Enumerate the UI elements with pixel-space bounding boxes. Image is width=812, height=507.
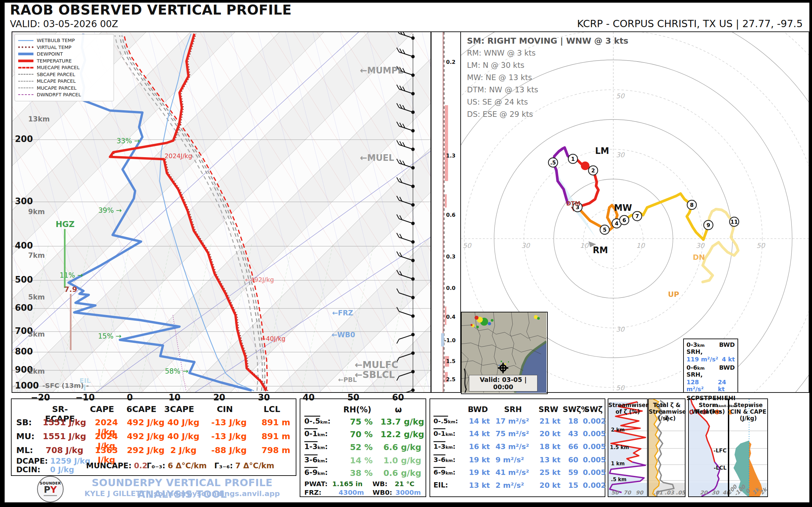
height-marker: 2 (591, 167, 595, 174)
height-marker: 9 (706, 222, 710, 228)
y-tick: 2 km (611, 427, 624, 433)
gamma36-value: 7 Δ°C/km (235, 461, 274, 470)
legend-label: VIRTUAL TEMP (37, 45, 71, 50)
omega-col-header: ω (375, 405, 421, 414)
dcape-label: DCAPE: (16, 457, 48, 465)
omega-tick: -1.0 (444, 337, 456, 343)
legend-label: DEWPOINT (37, 51, 63, 57)
temp-tick: 30 (258, 393, 270, 402)
map-inset: Valid: 03-05 | 00:00 (461, 312, 548, 394)
cell: 43 (564, 430, 583, 438)
height-marker: 11 (730, 219, 738, 225)
bwd-03-label: BWD (719, 341, 735, 355)
height-label: 13km (28, 115, 50, 123)
y-tick: 1 km (611, 461, 624, 467)
omega-tick: 0.0 (446, 285, 455, 291)
dgz-value: 7.9 (64, 285, 77, 293)
hgz-label: HGZ (56, 220, 74, 229)
ring-label: 30 (616, 325, 625, 333)
ehi3-value: 1 (728, 408, 732, 416)
rh-value: 75 % (343, 417, 379, 427)
cell: 21 kt (536, 417, 564, 425)
rh-table: RH(%) ω 0-.5km: 75 % 13.7 g/kg 0-1km: 70… (300, 398, 426, 497)
height-marker: 6 (622, 217, 626, 223)
streamwiseness-panel: 507090 Streamwiseness of ζ (%) 2 km 1.5 … (608, 398, 648, 497)
pressure-tick: 500 (15, 275, 33, 285)
cell: 16 kt (466, 443, 493, 451)
cell: 18 (564, 417, 583, 425)
cell: 0.005 (583, 456, 605, 464)
x-tick: .01 (653, 490, 663, 496)
cell: 25 kt (536, 468, 564, 476)
x-tick: 30 (712, 490, 720, 496)
rh-annotation: 11% → (60, 271, 83, 279)
pwat-row: PWAT: 1.165 in WB: 21 °C (300, 480, 425, 488)
cell: 43 m²/s² (493, 443, 536, 451)
gamma36-line: Γ₃₋₆: 7 Δ°C/km (214, 461, 274, 470)
kin-row: 0-1km: 14 kt 75 m²/s² 20 kt 43 0.005 (430, 430, 605, 438)
stp-value: 0 (702, 408, 706, 416)
legend-label: MLCAPE PARCEL (37, 78, 76, 84)
virtualtemp-line-icon (18, 46, 34, 48)
legend-label: DWNDRFT PARCEL (37, 92, 81, 97)
cell: 13 kt (466, 481, 493, 490)
legend-row: SBCAPE PARCEL (18, 71, 110, 78)
dcape-annotation: ←40J/kg (261, 335, 286, 342)
panel-title: (J/kg) (729, 415, 767, 421)
logo-text-main: PY (38, 486, 63, 494)
omega-neg-bar (441, 333, 444, 346)
panel-title: of ζ (%) (608, 408, 647, 415)
omega-tick: 0.4 (446, 314, 455, 320)
omega-tick: 0.6 (446, 212, 455, 218)
rh-annotation: 39% → (98, 207, 122, 215)
storm-motion-block: SM: RIGHT MOVING | WNW @ 3 kts RM: WNW @… (467, 35, 628, 120)
rh-row: 0-1km: 70 % 12.2 g/kg (300, 430, 425, 439)
legend-row: WETBULB TEMP (18, 37, 110, 44)
temp-tick: −10 (75, 393, 95, 402)
temp-tick: 10 (168, 393, 181, 402)
rh-row: 1-3km: 52 % 6.6 g/kg (300, 443, 425, 452)
scp-value: 0 (689, 408, 694, 416)
sounderpy-logo: SOUNDER PY (37, 476, 63, 502)
cell: 17 m²/s² (493, 417, 536, 425)
height-marker: 4 (615, 220, 618, 227)
temp-tick: 40 (303, 393, 315, 402)
composite-headers: SCP STP EHI0−1km EHI0−3km (687, 394, 735, 408)
rh-header-row: RH(%) ω (300, 405, 425, 414)
legend-row: VIRTUAL TEMP (18, 44, 110, 51)
panel-title: Total ζ & (649, 402, 685, 408)
motion-line: RM: WNW @ 3 kts (467, 47, 628, 59)
legend-row: MLCAPE PARCEL (18, 78, 110, 85)
temp-tick: −20 (31, 393, 50, 402)
wb0-value: 3000m (395, 489, 421, 496)
height-marker: 7 (635, 213, 639, 219)
frz-value: 4300m (339, 489, 364, 496)
cell: 14 kt (466, 417, 493, 425)
kin-row-eil: EIL: 13 kt 2 m²/s² 20 kt 15 0.002 (430, 481, 605, 490)
muncape-line: MUNCAPE: 0.2 (86, 461, 147, 470)
cell: 15 (564, 481, 583, 490)
temp-tick: 0 (127, 393, 133, 402)
rh-value: 14 % (343, 456, 379, 465)
motion-line: DTM: NW @ 13 kts (467, 84, 628, 96)
hgz-bar (64, 229, 65, 288)
frz-label: FRZ: (300, 489, 321, 496)
lcl-label: -LCL (714, 465, 726, 471)
sblcl-label: ←SBLCL (355, 369, 395, 380)
y-tick: 1.5 km (610, 444, 629, 450)
legend-row: DEWPOINT (18, 51, 110, 58)
kin-row: 3-6km: 19 kt 9 m²/s² 13 kt 60 0.005 (430, 456, 605, 464)
hodograph-panel: 50 30 10 10 30 50 30 50 30 50 (460, 32, 809, 393)
sbcape-line-icon (18, 74, 34, 75)
temp-tick: 20 (213, 393, 225, 402)
legend-label: WETBULB TEMP (37, 38, 75, 43)
ehi3-header: EHI0−3km (724, 394, 735, 408)
omega-value: 13.7 g/kg (379, 417, 425, 427)
bwd-06-label: BWD (719, 364, 735, 378)
rh-annotation: 15% → (98, 332, 121, 340)
map-valid-badge: Valid: 03-05 | 00:00 (469, 375, 538, 392)
mumpl-label: ←MUMPL (360, 65, 403, 75)
omega-value: 0.6 g/kg (379, 468, 425, 478)
motion-line: DS: ESE @ 29 kts (467, 108, 628, 120)
ecape-annotation: ←492J/kg (245, 276, 274, 283)
